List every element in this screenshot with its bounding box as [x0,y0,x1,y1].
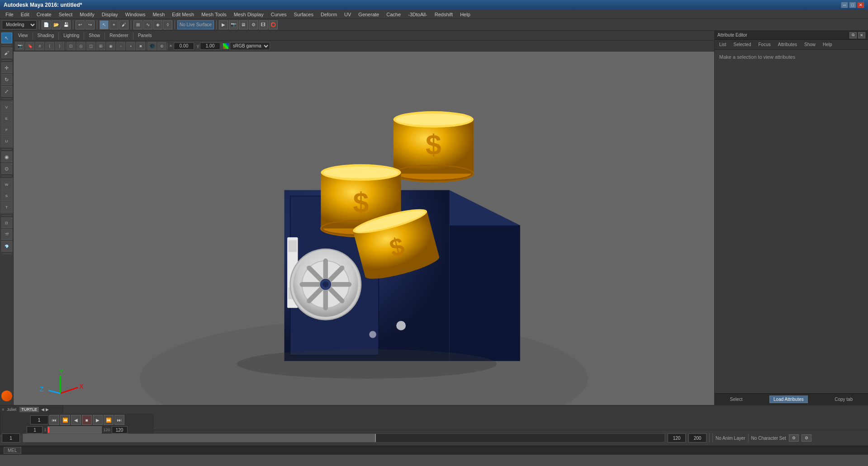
view-menu[interactable]: View [15,32,31,39]
color-mgmt-icon[interactable] [223,43,229,49]
new-scene-btn[interactable]: 📄 [42,20,51,29]
show-menu[interactable]: Show [86,32,103,39]
attr-copy-tab-btn[interactable]: Copy tab [831,396,856,403]
ambient-occ-btn[interactable]: ⊛ [157,42,166,50]
menu-mesh-tools[interactable]: Mesh Tools [198,11,230,18]
attr-tab-attributes[interactable]: Attributes [776,41,799,48]
camera-select-btn[interactable]: 📷 [15,42,24,50]
snap-curve-btn[interactable]: ∿ [143,20,152,29]
menu-deform[interactable]: Deform [317,11,341,18]
soft-select-btn[interactable]: ◉ [1,151,12,162]
menu-cache[interactable]: Cache [383,11,404,18]
attr-select-btn[interactable]: Select [726,396,746,403]
attr-tab-help[interactable]: Help [821,41,834,48]
menu-curves[interactable]: Curves [267,11,290,18]
full-timeline-bar[interactable] [23,433,665,442]
open-scene-btn[interactable]: 📂 [52,20,61,29]
anim-start-input[interactable] [27,426,43,433]
wire-btn[interactable]: W [1,179,12,190]
go-to-start-btn[interactable]: ⏮ [49,415,59,425]
char-set-options-btn[interactable]: ⚙ [802,434,811,442]
viewport-3d-scene[interactable]: $ $ [14,72,714,405]
resolution-high-btn[interactable]: ■ [136,42,145,50]
menu-select[interactable]: Select [55,11,76,18]
render-seq-btn[interactable]: 🎞 [259,20,268,29]
hypershade-btn[interactable]: 💎 [1,241,12,252]
sculpt-btn[interactable]: ⊙ [1,163,12,174]
timeline-mini-bar[interactable] [47,426,102,433]
select-mode-btn[interactable]: ↖ [1,33,12,43]
menu-redshift[interactable]: Redshift [431,11,456,18]
step-back-btn[interactable]: ⏪ [60,415,70,425]
render-settings-btn[interactable]: ⚙ [249,20,258,29]
bookmark-btn[interactable]: 🔖 [25,42,34,50]
render-btn[interactable]: ▶ [219,20,228,29]
gamma-input[interactable] [200,42,220,50]
wireframe-btn[interactable]: ⊡ [66,42,76,50]
render-view-btn[interactable]: 🎬 [1,229,12,240]
attr-tab-show[interactable]: Show [802,41,817,48]
mode-selector[interactable]: Modeling Rigging Animation FX Rendering [2,20,37,29]
lighting-menu[interactable]: Lighting [61,32,82,39]
color-space-select[interactable]: sRGB gamma Linear Raw [230,42,270,50]
attr-tab-list[interactable]: List [717,41,728,48]
redo-btn[interactable]: ↪ [85,20,95,29]
minimize-button[interactable]: ─ [841,2,848,8]
next-key-btn[interactable]: ⟩ [55,42,64,50]
component-display-btn[interactable]: ⊞ [96,42,105,50]
edge-mode-btn[interactable]: E [1,113,12,124]
menu-edit[interactable]: Edit [17,11,33,18]
menu-mesh-display[interactable]: Mesh Display [230,11,267,18]
range-end-input[interactable] [668,433,686,442]
textured-btn[interactable]: T [1,202,12,212]
uv-mode-btn[interactable]: U [1,136,12,146]
isolate-btn[interactable]: ◉ [106,42,115,50]
shadow-btn[interactable]: 🌑 [147,42,157,50]
face-mode-btn[interactable]: F [1,124,12,135]
menu-help[interactable]: Help [456,11,474,18]
exposure-input[interactable] [174,42,194,50]
rotate-tool-btn[interactable]: ↻ [1,74,12,85]
attr-tab-focus[interactable]: Focus [756,41,772,48]
play-back-btn[interactable]: ◀ [71,415,81,425]
panels-menu[interactable]: Panels [135,32,155,39]
display-render-btn[interactable]: 🖥 [239,20,248,29]
vertex-mode-btn[interactable]: V [1,102,12,113]
anim-end-input[interactable] [112,426,128,433]
smooth-btn[interactable]: ◎ [76,42,85,50]
select-tool-btn[interactable]: ↖ [100,20,109,29]
undo-btn[interactable]: ↩ [76,20,85,29]
prev-layer-btn[interactable]: ◀ [41,407,44,412]
snap-point-btn[interactable]: ◈ [153,20,162,29]
paint-brush-btn[interactable]: 🖌 [1,47,12,58]
paint-sel-btn[interactable]: 🖌 [119,20,128,29]
resolution-med-btn[interactable]: ▪ [126,42,135,50]
menu-3dtoa[interactable]: -3DtoAll- [404,11,431,18]
render-all-btn[interactable]: ⭕ [269,20,278,29]
menu-create[interactable]: Create [33,11,55,18]
maximize-button[interactable]: □ [849,2,856,8]
attr-load-attrs-btn[interactable]: Load Attributes [769,395,808,403]
total-end-input[interactable] [688,433,707,442]
menu-generate[interactable]: Generate [355,11,383,18]
attr-float-btn[interactable]: ⧉ [849,32,857,38]
go-to-end-btn[interactable]: ⏭ [114,415,124,425]
current-frame-input[interactable] [30,415,48,424]
step-forward-btn[interactable]: ⏩ [104,415,114,425]
snap-surface-btn[interactable]: ◊ [163,20,172,29]
save-scene-btn[interactable]: 💾 [62,20,71,29]
attr-tab-selected[interactable]: Selected [732,41,753,48]
shaded-btn[interactable]: S [1,190,12,201]
move-tool-btn[interactable]: ✛ [1,62,12,73]
menu-windows[interactable]: Windows [122,11,149,18]
stop-btn[interactable]: ■ [82,415,92,425]
lasso-tool-btn[interactable]: ⌖ [109,20,119,29]
ipr-btn[interactable]: 📷 [229,20,238,29]
prev-key-btn[interactable]: ⟨ [45,42,54,50]
menu-surfaces[interactable]: Surfaces [290,11,317,18]
attr-close-btn[interactable]: ✕ [858,32,865,38]
grid-toggle-btn[interactable]: # [35,42,44,50]
anim-layer-options-btn[interactable]: ⚙ [789,434,799,442]
shading-menu[interactable]: Shading [35,32,57,39]
menu-display[interactable]: Display [98,11,122,18]
